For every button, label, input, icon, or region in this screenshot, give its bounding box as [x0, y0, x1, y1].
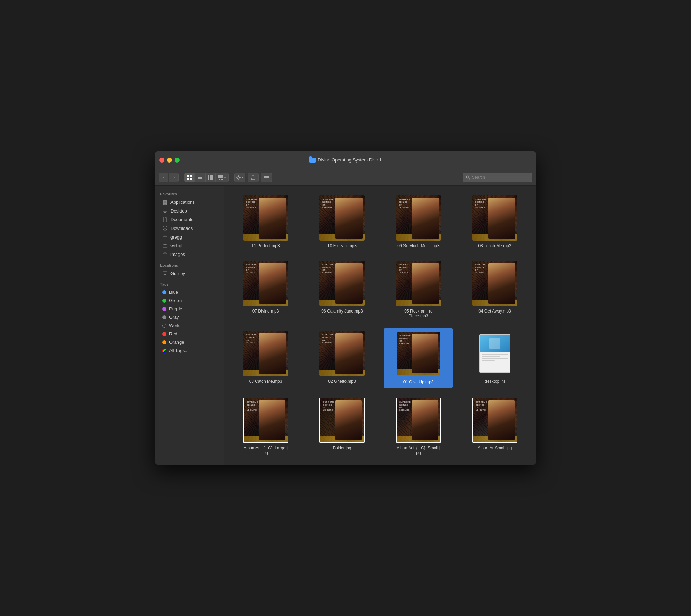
sidebar-item-tag-orange[interactable]: Orange: [157, 338, 222, 346]
file-name-03: 03 Catch Me.mp3: [249, 379, 282, 384]
file-item-05-rock[interactable]: SUPREMEBEINGSOFLEISURE 05 Rock an...rd P…: [384, 258, 453, 321]
favorites-section-label: Favorites: [155, 190, 224, 198]
album-art-09: SUPREMEBEINGSOFLEISURE: [396, 195, 441, 241]
file-item-06-calamity[interactable]: SUPREMEBEINGSOFLEISURE 06 Calamity Jane.…: [307, 258, 377, 321]
sidebar-item-tag-all[interactable]: All Tags...: [157, 347, 222, 355]
file-name-ini: desktop.ini: [485, 379, 505, 384]
file-thumb-folder-jpg: SUPREMEBEINGSOFLEISURE: [319, 398, 365, 443]
minimize-button[interactable]: [167, 158, 172, 163]
tags-section-label: Tags: [155, 280, 224, 288]
view-buttons: [184, 173, 229, 182]
svg-rect-21: [163, 209, 167, 212]
gear-dropdown-icon: [241, 176, 244, 179]
view-columns-button[interactable]: [205, 173, 216, 182]
svg-rect-0: [187, 175, 189, 177]
file-thumb-04: SUPREMEBEINGSOFLEISURE: [472, 261, 517, 306]
maximize-button[interactable]: [175, 158, 180, 163]
sidebar-item-tag-gray[interactable]: Gray: [157, 313, 222, 321]
sidebar-item-gumby[interactable]: Gumby: [157, 269, 222, 277]
file-thumb-01: SUPREMEBEINGSOFLEISURE: [396, 331, 441, 376]
file-item-02-ghetto[interactable]: SUPREMEBEINGSOFLEISURE 02 Ghetto.mp3: [307, 328, 377, 388]
svg-point-15: [467, 176, 469, 178]
album-art-03: SUPREMEBEINGSOFLEISURE: [243, 331, 288, 376]
tag-button[interactable]: [261, 173, 272, 182]
svg-rect-11: [219, 179, 220, 180]
album-art-05: SUPREMEBEINGSOFLEISURE: [396, 261, 441, 306]
sidebar-item-applications[interactable]: Applications: [157, 198, 222, 206]
close-button[interactable]: [159, 158, 164, 163]
view-list-button[interactable]: [195, 173, 205, 182]
window-title-area: Divine Operating System Disc 1: [309, 157, 382, 163]
sidebar-item-tag-red[interactable]: Red: [157, 330, 222, 338]
file-name-02: 02 Ghetto.mp3: [328, 379, 356, 384]
ini-doc-visual: [479, 334, 510, 373]
file-item-04-get-away[interactable]: SUPREMEBEINGSOFLEISURE 04 Get Away.mp3: [460, 258, 530, 321]
album-art-04: SUPREMEBEINGSOFLEISURE: [472, 261, 517, 306]
gallery-view-icon: [218, 175, 223, 180]
purple-tag-label: Purple: [169, 306, 182, 311]
sidebar-item-documents[interactable]: Documents: [157, 215, 222, 224]
svg-rect-14: [264, 176, 269, 178]
file-name-11-perfect: 11 Perfect.mp3: [251, 243, 280, 248]
main-content: Favorites Applications: [155, 186, 536, 465]
file-thumb-ini: [472, 331, 517, 376]
sidebar-item-tag-work[interactable]: Work: [157, 322, 222, 330]
albumartsmall-visual: SUPREMEBEINGSOFLEISURE: [473, 398, 517, 442]
file-thumb-albumart-large: SUPREMEBEINGSOFLEISURE: [243, 398, 288, 443]
view-gallery-button[interactable]: [216, 173, 229, 182]
share-button[interactable]: [248, 173, 259, 182]
back-button[interactable]: ‹: [159, 173, 168, 182]
file-item-albumartsmall[interactable]: SUPREMEBEINGSOFLEISURE AlbumArtSmall.jpg: [460, 395, 530, 458]
view-icons-button[interactable]: [184, 173, 195, 182]
gregg-icon: [162, 234, 168, 240]
file-thumb-albumart-small: SUPREMEBEINGSOFLEISURE: [396, 398, 441, 443]
file-thumb-11-perfect: SUPREMEBEINGSOFLEISURE: [243, 195, 288, 241]
file-name-albumartsmall: AlbumArtSmall.jpg: [478, 446, 512, 450]
sidebar-item-tag-green[interactable]: Green: [157, 297, 222, 305]
file-item-09-so-much[interactable]: SUPREMEBEINGSOFLEISURE 09 So Much More.m…: [384, 193, 453, 251]
file-thumb-06: SUPREMEBEINGSOFLEISURE: [319, 261, 365, 306]
tag-icon: [264, 176, 269, 179]
orange-tag-label: Orange: [169, 340, 184, 345]
sidebar-item-desktop[interactable]: Desktop: [157, 207, 222, 215]
images-label: images: [170, 252, 185, 257]
settings-button[interactable]: [234, 173, 245, 182]
file-item-desktop-ini[interactable]: desktop.ini: [460, 328, 530, 388]
grid-view-icon: [187, 175, 192, 180]
file-item-albumart-large[interactable]: SUPREMEBEINGSOFLEISURE AlbumArt_{...C}_L…: [231, 395, 300, 458]
toolbar: ‹ ›: [155, 169, 536, 186]
file-item-07-divine[interactable]: SUPREMEBEINGSOFLEISURE 07 Divine.mp3: [231, 258, 300, 321]
file-item-08-touch[interactable]: SUPREMEBEINGSOFLEISURE 08 Touch Me.mp3: [460, 193, 530, 251]
documents-label: Documents: [170, 217, 193, 222]
search-box[interactable]: Search: [463, 173, 532, 182]
red-tag-dot: [162, 332, 166, 336]
sidebar: Favorites Applications: [155, 186, 224, 465]
svg-rect-12: [221, 179, 223, 180]
svg-rect-1: [190, 175, 192, 177]
gregg-label: gregg: [170, 234, 182, 240]
file-item-folder-jpg[interactable]: SUPREMEBEINGSOFLEISURE Folder.jpg: [307, 395, 377, 458]
file-item-01-give-up[interactable]: SUPREMEBEINGSOFLEISURE 01 Give Up.mp3: [384, 328, 453, 388]
album-art-06: SUPREMEBEINGSOFLEISURE: [319, 261, 365, 306]
applications-icon: [162, 199, 168, 205]
list-view-icon: [198, 175, 202, 180]
sidebar-item-images[interactable]: images: [157, 250, 222, 258]
forward-button[interactable]: ›: [169, 173, 179, 182]
file-thumb-07: SUPREMEBEINGSOFLEISURE: [243, 261, 288, 306]
search-icon: [466, 175, 470, 180]
album-art-11-perfect: SUPREMEBEINGSOFLEISURE: [243, 195, 288, 241]
sidebar-item-tag-blue[interactable]: Blue: [157, 288, 222, 296]
file-item-03-catch[interactable]: SUPREMEBEINGSOFLEISURE 03 Catch Me.mp3: [231, 328, 300, 388]
svg-rect-22: [164, 212, 166, 213]
purple-tag-dot: [162, 307, 166, 311]
sidebar-item-gregg[interactable]: gregg: [157, 233, 222, 241]
svg-rect-6: [198, 178, 202, 179]
file-name-08: 08 Touch Me.mp3: [478, 243, 511, 248]
file-item-10-freezer[interactable]: SUPREMEBEINGSOFLEISURE 10 Freezer.mp3: [307, 193, 377, 251]
sidebar-item-downloads[interactable]: Downloads: [157, 224, 222, 232]
file-item-11-perfect[interactable]: SUPREMEBEINGSOFLEISURE 11 Perfect.mp3: [231, 193, 300, 251]
sidebar-item-tag-purple[interactable]: Purple: [157, 305, 222, 313]
sidebar-item-webgl[interactable]: webgl: [157, 241, 222, 250]
file-item-albumart-small[interactable]: SUPREMEBEINGSOFLEISURE AlbumArt_{...C}_S…: [384, 395, 453, 458]
file-name-folder-jpg: Folder.jpg: [333, 446, 351, 450]
